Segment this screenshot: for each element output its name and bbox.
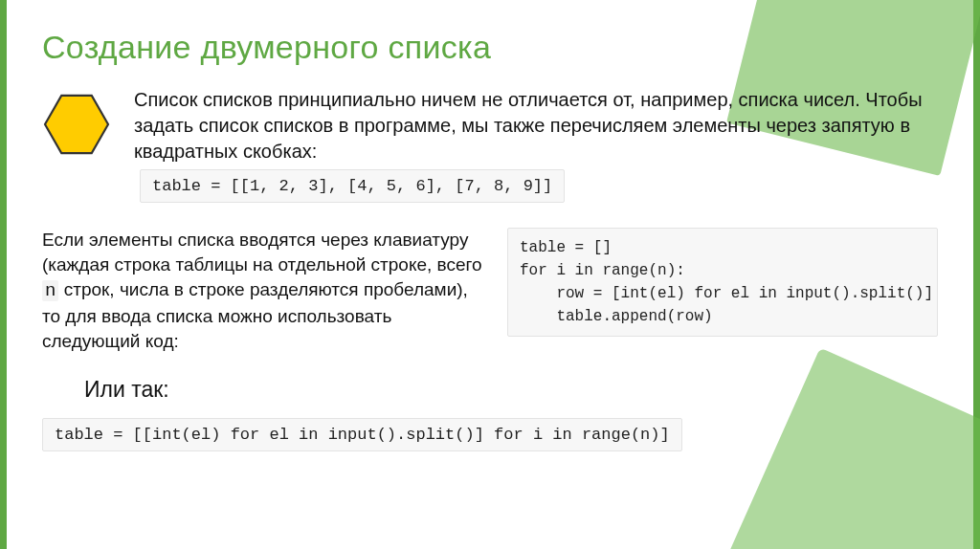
mid-paragraph: Если элементы списка вводятся через клав… [42, 228, 482, 353]
intro-paragraph: Список списков принципиально ничем не от… [134, 87, 938, 164]
inline-code-n: n [42, 280, 58, 301]
code-example-3: table = [[int(el) for el in input().spli… [42, 418, 682, 451]
hexagon-shape [45, 96, 108, 153]
mid-block: Если элементы списка вводятся через клав… [42, 228, 938, 353]
slide-title: Создание двумерного списка [42, 29, 938, 66]
intro-block: Список списков принципиально ничем не от… [42, 87, 938, 164]
slide-content: Создание двумерного списка Список списко… [0, 0, 980, 471]
code-example-1: table = [[1, 2, 3], [4, 5, 6], [7, 8, 9]… [140, 169, 565, 203]
hexagon-icon [42, 93, 111, 156]
code-example-1-wrapper: table = [[1, 2, 3], [4, 5, 6], [7, 8, 9]… [140, 169, 938, 203]
mid-text-part-2: строк, числа в строке разделяются пробел… [42, 279, 468, 351]
mid-text-part-1: Если элементы списка вводятся через клав… [42, 230, 482, 274]
or-label: Или так: [84, 377, 938, 403]
code-example-2: table = [] for i in range(n): row = [int… [507, 228, 938, 337]
